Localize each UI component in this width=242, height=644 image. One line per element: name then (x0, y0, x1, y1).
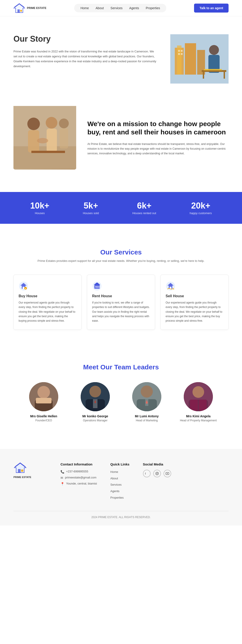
footer-email: ✉ primeestate@gmail.com (60, 476, 97, 480)
mission-image (14, 106, 76, 170)
svg-rect-54 (145, 399, 148, 406)
service-rent-desc: If you're looking to rent, we offer a ra… (92, 300, 150, 323)
footer-link-about[interactable]: About (110, 476, 130, 481)
svg-point-13 (209, 45, 219, 55)
team-role-3: Head of Marketing (124, 419, 169, 422)
services-heading: Our Services (14, 248, 228, 256)
svg-rect-2 (18, 10, 20, 12)
logo-icon (14, 3, 25, 13)
team-member-2: Mr konko George Operations Manager (73, 382, 118, 422)
footer-link-services[interactable]: Services (110, 482, 130, 487)
rent-house-icon: RENT (92, 281, 102, 291)
svg-rect-64 (156, 472, 158, 475)
footer: PRIME ESTATE Contact Information 📞 +237-… (0, 449, 242, 526)
team-name-4: Mrs Kimi Angela (176, 414, 221, 418)
location-icon: 📍 (60, 482, 64, 486)
service-buy: $ Buy House Our experienced agents guide… (14, 274, 82, 330)
social-icons: f (143, 470, 171, 477)
team-avatar-2 (81, 382, 110, 411)
stat-rented-number: 6k+ (132, 201, 156, 210)
footer-phone: 📞 +237-699995555 (60, 470, 97, 474)
svg-rect-9 (178, 50, 180, 52)
service-buy-title: Buy House (18, 294, 76, 298)
stat-houses-number: 10k+ (30, 201, 50, 210)
team-role-1: Founder/CEO (21, 419, 66, 422)
nav-links: Home About Services Agents Properties (74, 4, 166, 12)
service-sell: Sell House Our experienced agents guide … (160, 274, 228, 330)
svg-rect-59 (199, 400, 206, 411)
team-avatar-4 (184, 382, 213, 411)
stat-customers: 20k+ happy customers (190, 201, 212, 215)
footer-link-agents[interactable]: Agents (110, 489, 130, 494)
footer-contact-col: Contact Information 📞 +237-699995555 ✉ p… (60, 462, 97, 502)
svg-rect-15 (202, 70, 226, 72)
footer-social-col: Social Media f (143, 462, 171, 502)
stat-houses-label: Houses (30, 212, 50, 215)
team-heading: Meet Our Team Leaders (14, 363, 228, 371)
team-member-3: Mr Lumi Antony Head of Marketing (124, 382, 169, 422)
svg-rect-12 (181, 53, 182, 55)
nav-about[interactable]: About (96, 6, 104, 10)
instagram-icon[interactable] (153, 470, 161, 477)
our-story-section: Our Story Prime Estate was founded in 20… (0, 16, 242, 97)
svg-rect-61 (18, 469, 20, 473)
footer-contact-heading: Contact Information (60, 462, 97, 466)
svg-point-28 (37, 138, 48, 143)
footer-address: 📍 Younde, central, biamisi (60, 482, 97, 486)
svg-rect-20 (14, 146, 76, 169)
team-role-2: Operations Manager (73, 419, 118, 422)
youtube-icon[interactable] (164, 470, 171, 477)
mission-text: We're on a mission to change how people … (88, 120, 228, 156)
footer-link-properties[interactable]: Properties (110, 496, 130, 500)
story-text: Our Story Prime Estate was founded in 20… (14, 34, 157, 69)
team-role-4: Head of Property Management (176, 419, 221, 422)
svg-point-65 (156, 473, 158, 474)
nav-properties[interactable]: Properties (146, 6, 160, 10)
svg-rect-44 (36, 398, 52, 404)
story-image (170, 34, 228, 84)
footer-quicklinks-heading: Quick Links (110, 462, 130, 466)
logo: PRIME ESTATE (14, 3, 46, 13)
svg-rect-62 (21, 470, 23, 472)
svg-marker-68 (167, 473, 168, 474)
mission-body: At Prime Estate, we believe that real es… (88, 142, 228, 156)
nav-home[interactable]: Home (80, 6, 89, 10)
team-member-1: Mrs Giselle Hellen Founder/CEO (21, 382, 66, 422)
svg-rect-7 (185, 43, 196, 74)
email-icon: ✉ (60, 476, 63, 480)
footer-logo-col: PRIME ESTATE (14, 462, 47, 502)
service-rent-title: Rent House (92, 294, 150, 298)
talk-to-agent-button[interactable]: Talk to an agent (194, 4, 228, 12)
svg-rect-16 (203, 72, 204, 78)
svg-rect-24 (46, 128, 57, 152)
footer-link-home[interactable]: Home (110, 470, 130, 474)
svg-text:RENT: RENT (95, 286, 101, 288)
svg-point-25 (59, 118, 69, 128)
team-section: Meet Our Team Leaders Mrs Giselle Hellen… (0, 346, 242, 440)
svg-rect-58 (190, 400, 198, 411)
footer-logo-icon (14, 462, 27, 474)
svg-text:f: f (145, 472, 146, 475)
stat-houses: 10k+ Houses (30, 201, 50, 215)
svg-rect-26 (60, 128, 68, 148)
stat-customers-label: happy customers (190, 212, 212, 215)
footer-brand-name: PRIME ESTATE (14, 476, 47, 478)
svg-rect-17 (224, 72, 225, 78)
mission-heading: We're on a mission to change how people … (88, 120, 228, 136)
services-subtitle: Prime Estates provides expert support fo… (14, 259, 228, 264)
facebook-icon[interactable]: f (143, 470, 150, 477)
svg-point-42 (38, 386, 50, 398)
nav-services[interactable]: Services (110, 6, 122, 10)
svg-rect-3 (20, 10, 22, 12)
svg-point-21 (27, 118, 40, 130)
navbar: PRIME ESTATE Home About Services Agents … (0, 0, 242, 16)
svg-point-51 (141, 386, 153, 398)
footer-social-heading: Social Media (143, 462, 171, 466)
phone-icon: 📞 (60, 470, 64, 474)
svg-point-23 (46, 117, 57, 128)
story-body: Prime Estate was founded in 2022 with th… (14, 49, 157, 69)
nav-agents[interactable]: Agents (129, 6, 139, 10)
stat-sold-label: Houses sold (83, 212, 99, 215)
service-sell-desc: Our experienced agents guide you through… (166, 300, 224, 323)
stat-sold: 5k+ Houses sold (83, 201, 99, 215)
